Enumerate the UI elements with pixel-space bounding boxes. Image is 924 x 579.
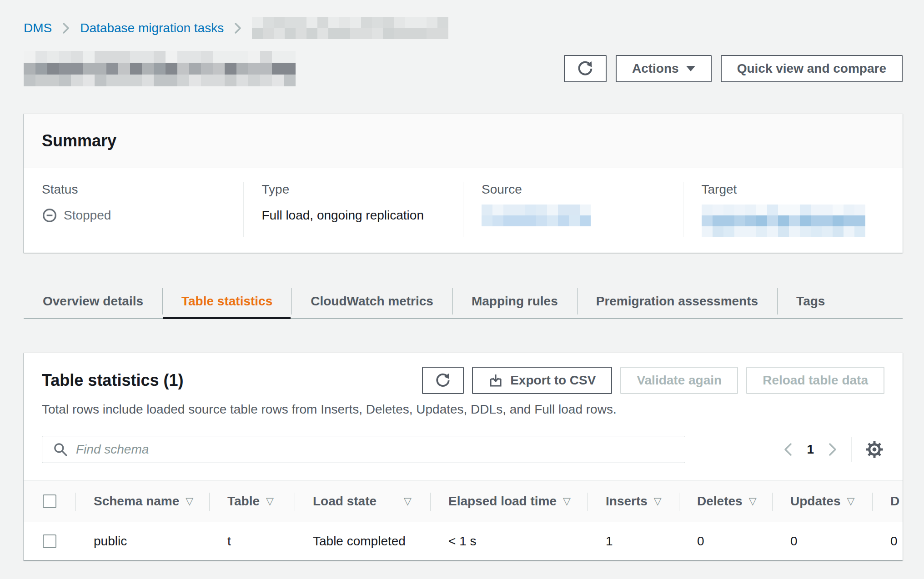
column-header-ddls: D [872, 481, 903, 522]
tab-overview-details[interactable]: Overview details [24, 285, 162, 318]
previous-page-button[interactable] [782, 442, 794, 457]
tab-bar: Overview details Table statistics CloudW… [24, 285, 903, 319]
search-box [42, 436, 685, 463]
sort-icon[interactable]: ▽ [186, 495, 193, 507]
summary-field-source: Source [463, 182, 683, 237]
search-row: 1 [24, 436, 903, 463]
pagination-divider [851, 437, 852, 462]
tab-mapping-rules[interactable]: Mapping rules [452, 285, 577, 318]
table-statistics-table: Schema name ▽ Table ▽ Load state ▽ Elaps… [24, 480, 903, 560]
sort-icon[interactable]: ▽ [847, 495, 854, 507]
quick-view-compare-label: Quick view and compare [737, 61, 886, 76]
pagination: 1 [782, 437, 884, 462]
status-value: Stopped [42, 208, 111, 223]
column-header-schema-name: Schema name ▽ [75, 481, 209, 522]
sort-icon[interactable]: ▽ [749, 495, 757, 507]
next-page-button[interactable] [827, 442, 839, 457]
tab-tags[interactable]: Tags [777, 285, 844, 318]
cell-deletes: 0 [679, 534, 772, 549]
type-value: Full load, ongoing replication [262, 205, 445, 226]
breadcrumb: DMS Database migration tasks [24, 0, 903, 39]
validate-again-button[interactable]: Validate again [620, 367, 738, 394]
summary-field-status: Status Stopped [24, 182, 243, 237]
table-statistics-header: Table statistics (1) [24, 367, 903, 394]
actions-button[interactable]: Actions [616, 55, 712, 82]
page-content: DMS Database migration tasks Actions [24, 0, 903, 560]
chevron-right-icon [61, 22, 71, 35]
page-title-redacted [24, 51, 296, 86]
summary-field-target: Target [683, 182, 903, 237]
column-header-inserts: Inserts ▽ [588, 481, 679, 522]
actions-button-label: Actions [632, 61, 679, 76]
target-label: Target [702, 182, 885, 197]
column-header-updates: Updates ▽ [772, 481, 872, 522]
row-checkbox[interactable] [43, 534, 56, 548]
table-row[interactable]: public t Table completed < 1 s 1 0 0 0 [24, 522, 903, 560]
table-statistics-description: Total rows include loaded source table r… [24, 401, 903, 418]
cell-schema-name: public [75, 534, 209, 549]
summary-card-header: Summary [24, 114, 903, 168]
column-header-elapsed-load-time: Elapsed load time ▽ [430, 481, 588, 522]
tab-cloudwatch-metrics[interactable]: CloudWatch metrics [291, 285, 452, 318]
cell-load-state: Table completed [295, 534, 430, 549]
status-text: Stopped [64, 208, 111, 223]
quick-view-compare-button[interactable]: Quick view and compare [721, 55, 903, 82]
chevron-right-icon [233, 22, 243, 35]
table-refresh-button[interactable] [422, 367, 464, 394]
current-page-number[interactable]: 1 [807, 442, 814, 457]
table-preferences-button[interactable] [864, 439, 884, 459]
chevron-right-icon [827, 442, 839, 457]
table-statistics-card: Table statistics (1) [24, 353, 903, 560]
cell-ddls: 0 [872, 534, 903, 549]
table-statistics-title: Table statistics (1) [42, 371, 183, 390]
validate-again-label: Validate again [637, 373, 722, 388]
caret-down-icon [686, 66, 695, 71]
summary-title: Summary [42, 131, 884, 150]
reload-table-data-button[interactable]: Reload table data [746, 367, 884, 394]
source-label: Source [482, 182, 665, 197]
sort-icon[interactable]: ▽ [563, 495, 571, 507]
column-header-deletes: Deletes ▽ [679, 481, 772, 522]
header-buttons: Actions Quick view and compare [564, 55, 903, 82]
cell-updates: 0 [772, 534, 872, 549]
stopped-icon [42, 208, 57, 223]
dms-task-page: { "breadcrumb": { "items": [ { "label": … [0, 0, 924, 579]
column-header-table: Table ▽ [209, 481, 295, 522]
sort-icon[interactable]: ▽ [266, 495, 274, 507]
cell-elapsed-load-time: < 1 s [430, 534, 588, 549]
reload-table-data-label: Reload table data [763, 373, 868, 388]
row-select-cell [24, 534, 75, 548]
tab-table-statistics[interactable]: Table statistics [162, 285, 291, 318]
breadcrumb-link-dms[interactable]: DMS [24, 21, 52, 35]
select-all-cell [24, 481, 75, 522]
summary-card: Summary Status Stopped [24, 114, 903, 253]
table-statistics-buttons: Export to CSV Validate again Reload tabl… [422, 367, 884, 394]
export-to-csv-label: Export to CSV [510, 373, 596, 388]
export-to-csv-button[interactable]: Export to CSV [472, 367, 612, 394]
breadcrumb-current-redacted [252, 17, 448, 39]
table-header-row: Schema name ▽ Table ▽ Load state ▽ Elaps… [24, 480, 903, 522]
source-value-redacted[interactable] [482, 205, 591, 226]
tab-premigration-assessments[interactable]: Premigration assessments [577, 285, 777, 318]
refresh-icon [577, 60, 594, 77]
cell-inserts: 1 [588, 534, 679, 549]
select-all-checkbox[interactable] [43, 494, 56, 508]
download-icon [488, 373, 503, 388]
summary-field-type: Type Full load, ongoing replication [243, 182, 463, 237]
gear-icon [864, 439, 884, 459]
type-label: Type [262, 182, 445, 197]
refresh-icon [435, 372, 451, 389]
sort-icon[interactable]: ▽ [654, 495, 662, 507]
status-label: Status [42, 182, 225, 197]
breadcrumb-link-tasks[interactable]: Database migration tasks [80, 21, 224, 35]
cell-table: t [209, 534, 295, 549]
page-header: Actions Quick view and compare [24, 51, 903, 86]
column-header-load-state: Load state ▽ [295, 481, 430, 522]
find-schema-input[interactable] [42, 436, 685, 463]
refresh-button[interactable] [564, 55, 607, 82]
chevron-left-icon [782, 442, 794, 457]
summary-body: Status Stopped Type Full loa [24, 168, 903, 253]
search-icon [53, 442, 68, 457]
sort-icon[interactable]: ▽ [404, 495, 412, 507]
target-value-redacted[interactable] [702, 205, 865, 237]
